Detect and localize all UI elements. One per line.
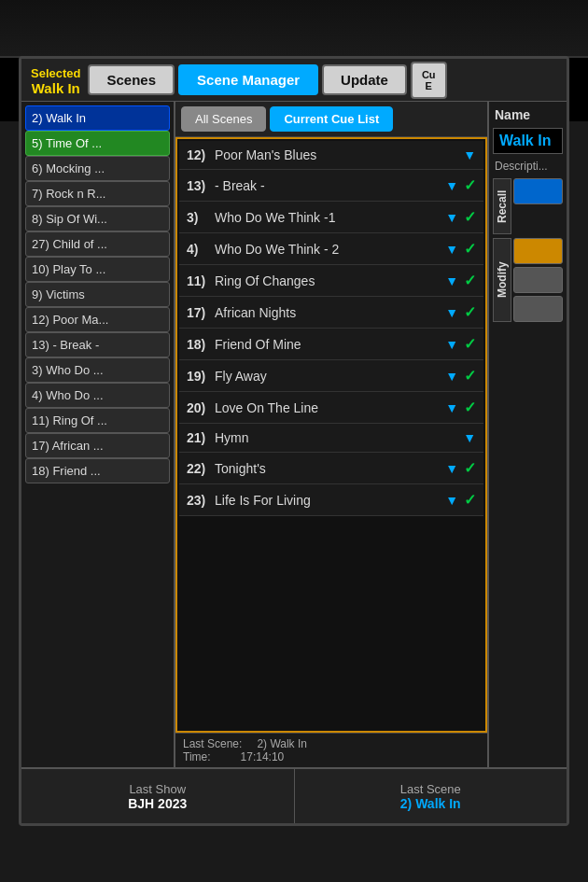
cue-items-container: 12)Poor Man's Blues▼13)- Break -▼✓3)Who … bbox=[179, 141, 483, 516]
name-label: Name bbox=[493, 105, 563, 124]
top-bezel bbox=[0, 0, 588, 56]
cue-filter-bar: All Scenes Current Cue List bbox=[175, 102, 487, 137]
cue-icons: ▼✓ bbox=[445, 335, 476, 353]
sidebar-item-child-of[interactable]: 27) Child of ... bbox=[25, 231, 170, 257]
cue-item[interactable]: 4)Who Do We Think - 2▼✓ bbox=[179, 233, 483, 265]
filter-current-cue-button[interactable]: Current Cue List bbox=[270, 106, 393, 132]
cue-item[interactable]: 3)Who Do We Think -1▼✓ bbox=[179, 202, 483, 233]
sidebar-item-african[interactable]: 17) African ... bbox=[25, 433, 170, 458]
modify-section: Modify bbox=[493, 238, 563, 322]
check-icon: ✓ bbox=[464, 303, 476, 321]
filter-icon: ▼ bbox=[445, 400, 458, 415]
cue-item[interactable]: 22)Tonight's▼✓ bbox=[179, 453, 483, 484]
cue-item[interactable]: 19)Fly Away▼✓ bbox=[179, 360, 483, 392]
cue-number: 13) bbox=[187, 178, 215, 193]
cue-icons: ▼ bbox=[463, 430, 476, 445]
cue-number: 18) bbox=[187, 337, 215, 352]
cue-item[interactable]: 12)Poor Man's Blues▼ bbox=[179, 141, 483, 170]
cue-item[interactable]: 18)Friend Of Mine▼✓ bbox=[179, 329, 483, 360]
modify-btn-2[interactable] bbox=[513, 267, 563, 293]
cue-list: 12)Poor Man's Blues▼13)- Break -▼✓3)Who … bbox=[175, 137, 487, 733]
filter-icon: ▼ bbox=[445, 493, 458, 508]
check-icon: ✓ bbox=[464, 335, 476, 353]
cue-item[interactable]: 17)African Nights▼✓ bbox=[179, 297, 483, 329]
header-bar: Selected Walk In Scenes Scene Manager Up… bbox=[21, 59, 567, 102]
cue-number: 19) bbox=[187, 369, 215, 384]
cue-name: African Nights bbox=[215, 305, 445, 320]
last-scene-value: 2) Walk In bbox=[257, 737, 307, 750]
filter-icon: ▼ bbox=[445, 305, 458, 320]
cue-name: Life Is For Living bbox=[215, 493, 445, 508]
cue-item[interactable]: 11)Ring Of Changes▼✓ bbox=[179, 265, 483, 297]
sidebar-item-break[interactable]: 13) - Break - bbox=[25, 332, 170, 357]
sidebar-item-sip-of-wi[interactable]: 8) Sip Of Wi... bbox=[25, 206, 170, 231]
check-icon: ✓ bbox=[464, 367, 476, 385]
sidebar-item-victims[interactable]: 9) Victims bbox=[25, 282, 170, 307]
cue-icons: ▼✓ bbox=[445, 367, 476, 385]
sidebar-item-walk-in[interactable]: 2) Walk In bbox=[25, 105, 170, 131]
recall-buttons bbox=[513, 178, 563, 234]
cue-number: 21) bbox=[187, 430, 215, 445]
modify-btn-3[interactable] bbox=[513, 296, 563, 322]
sidebar-item-time-of[interactable]: 5) Time Of ... bbox=[25, 131, 170, 156]
description-label: Descripti... bbox=[493, 158, 563, 175]
cue-name: Friend Of Mine bbox=[215, 337, 445, 352]
check-icon: ✓ bbox=[464, 208, 476, 226]
modify-btn-1[interactable] bbox=[513, 238, 563, 264]
filter-icon: ▼ bbox=[445, 337, 458, 352]
cue-number: 3) bbox=[187, 210, 215, 225]
recall-btn-1[interactable] bbox=[513, 178, 563, 204]
check-icon: ✓ bbox=[464, 491, 476, 509]
last-show-value: BJH 2023 bbox=[128, 796, 187, 811]
tab-update[interactable]: Update bbox=[322, 64, 407, 95]
cue-name: Who Do We Think - 2 bbox=[215, 242, 445, 257]
filter-all-scenes-button[interactable]: All Scenes bbox=[181, 106, 266, 132]
filter-icon: ▼ bbox=[445, 210, 458, 225]
last-show-label: Last Show bbox=[129, 782, 186, 796]
sidebar-item-friend[interactable]: 18) Friend ... bbox=[25, 458, 170, 483]
modify-buttons bbox=[513, 238, 563, 322]
check-icon: ✓ bbox=[464, 240, 476, 258]
sidebar-item-who-do-1[interactable]: 3) Who Do ... bbox=[25, 357, 170, 383]
modify-label: Modify bbox=[493, 238, 511, 322]
cue-number: 22) bbox=[187, 461, 215, 476]
sidebar-item-rock-n-r[interactable]: 7) Rock n R... bbox=[25, 181, 170, 206]
cue-icons: ▼✓ bbox=[445, 208, 476, 226]
cue-icons: ▼✓ bbox=[445, 240, 476, 258]
cue-item[interactable]: 20)Love On The Line▼✓ bbox=[179, 392, 483, 424]
bottom-bar: Last Show BJH 2023 Last Scene 2) Walk In bbox=[21, 767, 567, 823]
cue-name: Hymn bbox=[215, 430, 463, 445]
bottom-last-scene-value: 2) Walk In bbox=[400, 796, 461, 811]
sidebar-item-ring-of[interactable]: 11) Ring Of ... bbox=[25, 408, 170, 433]
filter-icon: ▼ bbox=[445, 178, 458, 193]
cue-icons: ▼✓ bbox=[445, 399, 476, 416]
tab-cu[interactable]: CuE bbox=[411, 62, 447, 99]
cue-name: Love On The Line bbox=[215, 400, 445, 415]
filter-icon: ▼ bbox=[445, 242, 458, 257]
main-content: 2) Walk In5) Time Of ...6) Mocking ...7)… bbox=[21, 102, 567, 767]
screen: Selected Walk In Scenes Scene Manager Up… bbox=[19, 56, 569, 826]
cue-item[interactable]: 23)Life Is For Living▼✓ bbox=[179, 484, 483, 516]
sidebar-item-who-do-2[interactable]: 4) Who Do ... bbox=[25, 383, 170, 408]
sidebar-item-poor-ma[interactable]: 12) Poor Ma... bbox=[25, 307, 170, 332]
time-label: Time: bbox=[183, 750, 211, 763]
sidebar-item-mocking[interactable]: 6) Mocking ... bbox=[25, 156, 170, 181]
check-icon: ✓ bbox=[464, 176, 476, 194]
filter-icon: ▼ bbox=[445, 369, 458, 384]
center-panel: All Scenes Current Cue List 12)Poor Man'… bbox=[175, 102, 487, 767]
bottom-right: Last Scene 2) Walk In bbox=[295, 769, 567, 823]
tab-scene-manager[interactable]: Scene Manager bbox=[178, 64, 318, 95]
sidebar-item-play-to[interactable]: 10) Play To ... bbox=[25, 257, 170, 282]
recall-label: Recall bbox=[493, 178, 511, 234]
filter-icon: ▼ bbox=[463, 430, 476, 445]
cue-number: 17) bbox=[187, 305, 215, 320]
left-sidebar: 2) Walk In5) Time Of ...6) Mocking ...7)… bbox=[21, 102, 175, 767]
check-icon: ✓ bbox=[464, 272, 476, 289]
time-value: 17:14:10 bbox=[241, 750, 285, 763]
cue-icons: ▼✓ bbox=[445, 272, 476, 289]
cue-item[interactable]: 21)Hymn▼ bbox=[179, 424, 483, 453]
last-scene-label: Last Scene: bbox=[183, 737, 242, 750]
cue-item[interactable]: 13)- Break -▼✓ bbox=[179, 170, 483, 202]
tab-scenes[interactable]: Scenes bbox=[88, 64, 175, 95]
cue-name: Ring Of Changes bbox=[215, 273, 445, 288]
